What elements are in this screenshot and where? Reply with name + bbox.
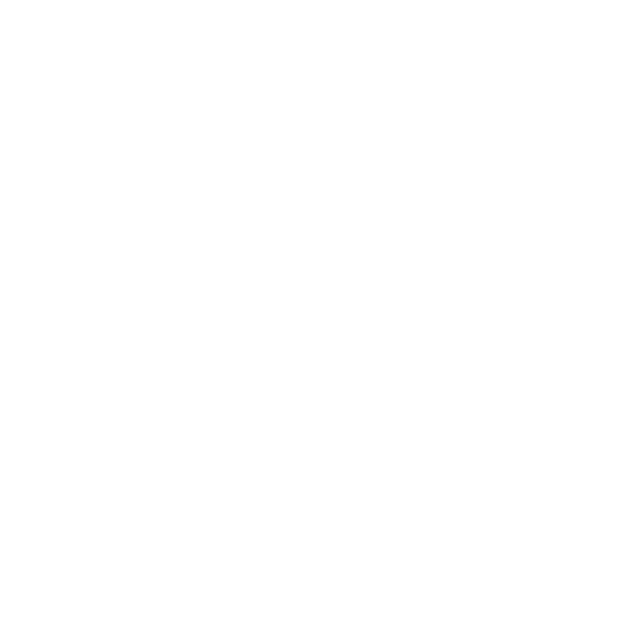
bottleneck-chart [0,0,644,644]
chart-root [0,0,644,644]
